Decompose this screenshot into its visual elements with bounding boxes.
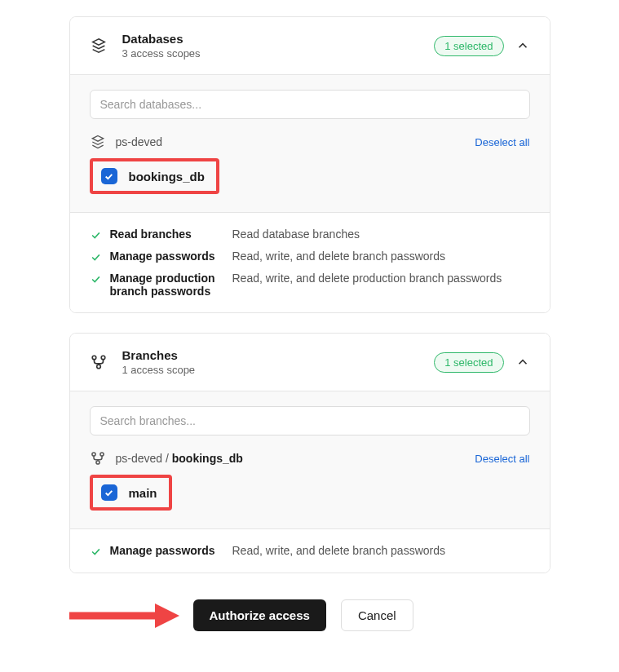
deselect-all-databases[interactable]: Deselect all: [475, 136, 529, 148]
branch-icon: [90, 353, 108, 371]
svg-point-1: [101, 356, 105, 360]
scope-desc: Read, write, and delete production branc…: [232, 272, 502, 285]
check-icon: [90, 273, 102, 285]
branches-subtitle: 1 access scope: [122, 364, 435, 376]
check-icon: [90, 546, 102, 558]
scope-row: Read branches Read database branches: [90, 228, 530, 241]
databases-body: ps-deved Deselect all bookings_db: [70, 74, 550, 212]
scope-desc: Read, write, and delete branch passwords: [232, 544, 445, 557]
database-checkbox[interactable]: [101, 168, 117, 184]
svg-point-5: [95, 461, 99, 464]
branches-panel: Branches 1 access scope 1 selected ps-de…: [69, 333, 550, 573]
scope-desc: Read database branches: [232, 228, 360, 241]
databases-header[interactable]: Databases 3 access scopes 1 selected: [70, 17, 550, 74]
chevron-up-icon[interactable]: [515, 38, 530, 53]
databases-title: Databases: [122, 32, 435, 46]
databases-selected-badge: 1 selected: [434, 36, 503, 56]
search-databases-input[interactable]: [90, 90, 530, 119]
chevron-up-icon[interactable]: [515, 355, 530, 369]
check-icon: [104, 488, 114, 498]
svg-marker-7: [155, 603, 179, 628]
scope-name: Manage passwords: [110, 544, 232, 557]
org-name: ps-deved: [116, 135, 475, 148]
svg-point-4: [99, 453, 103, 456]
path-db: bookings_db: [172, 452, 243, 465]
svg-point-2: [96, 365, 100, 369]
branch-icon: [90, 450, 106, 466]
action-bar: Authorize access Cancel: [69, 599, 550, 631]
database-checkbox-row[interactable]: bookings_db: [90, 158, 219, 194]
scope-row: Manage production branch passwords Read,…: [90, 272, 530, 298]
check-icon: [90, 251, 102, 263]
database-name: bookings_db: [129, 170, 205, 183]
branch-checkbox[interactable]: [101, 484, 117, 501]
branch-path-row: ps-deved / bookings_db Deselect all: [90, 450, 530, 466]
scope-desc: Read, write, and delete branch passwords: [232, 250, 445, 263]
svg-point-3: [91, 453, 95, 456]
scope-row: Manage passwords Read, write, and delete…: [90, 250, 530, 263]
branch-name: main: [129, 486, 157, 500]
databases-subtitle: 3 access scopes: [122, 47, 435, 60]
databases-scopes: Read branches Read database branches Man…: [70, 212, 550, 312]
search-branches-input[interactable]: [90, 406, 530, 435]
branches-selected-badge: 1 selected: [434, 352, 503, 373]
branches-title: Branches: [122, 348, 435, 362]
deselect-all-branches[interactable]: Deselect all: [475, 453, 529, 465]
scope-row: Manage passwords Read, write, and delete…: [90, 544, 530, 558]
check-icon: [90, 229, 102, 241]
branches-body: ps-deved / bookings_db Deselect all main: [70, 391, 550, 528]
database-icon: [90, 134, 106, 150]
database-icon: [90, 37, 108, 55]
branches-scopes: Manage passwords Read, write, and delete…: [70, 528, 550, 573]
path-prefix: ps-deved /: [116, 452, 172, 465]
databases-panel: Databases 3 access scopes 1 selected ps-…: [69, 16, 550, 313]
scope-name: Manage passwords: [110, 250, 232, 263]
scope-name: Read branches: [110, 228, 232, 241]
cancel-button[interactable]: Cancel: [341, 599, 413, 631]
check-icon: [104, 171, 114, 182]
branch-path: ps-deved / bookings_db: [116, 452, 475, 465]
authorize-button[interactable]: Authorize access: [193, 599, 326, 631]
branches-header[interactable]: Branches 1 access scope 1 selected: [70, 334, 550, 391]
svg-point-0: [92, 356, 96, 360]
branch-checkbox-row[interactable]: main: [90, 475, 172, 511]
arrow-annotation-icon: [65, 601, 179, 630]
org-row: ps-deved Deselect all: [90, 134, 530, 150]
scope-name: Manage production branch passwords: [110, 272, 232, 298]
